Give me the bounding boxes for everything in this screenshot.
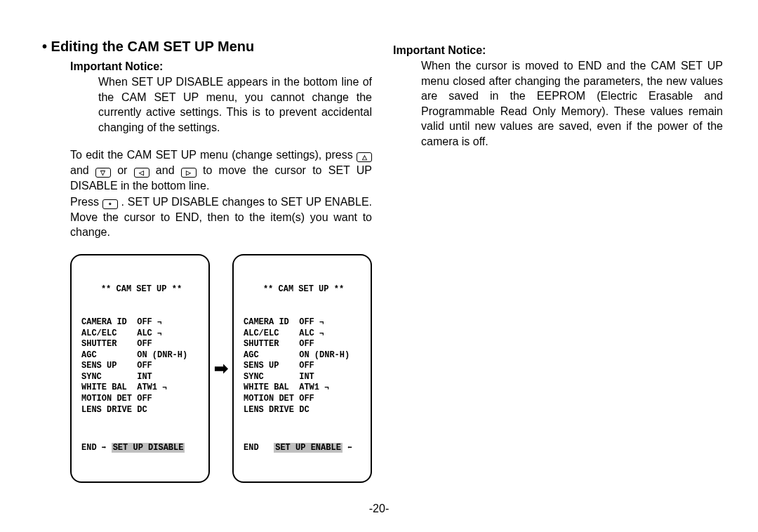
menu-row: MOTION DET OFF	[81, 394, 201, 405]
manual-page: • Editing the CAM SET UP Menu Important …	[0, 0, 758, 532]
submenu-indicator-icon: ¬	[324, 383, 329, 392]
notice-label-2: Important Notice:	[393, 44, 723, 57]
up-key-icon	[357, 152, 372, 162]
submenu-indicator-icon: ¬	[319, 318, 324, 326]
notice-text-2: When the cursor is moved to END and the …	[421, 58, 723, 149]
arrow-right-icon: ➡	[102, 444, 107, 452]
menu-row: ALC/ELC ALC ¬	[81, 328, 201, 340]
menu-row: LENS DRIVE DC	[244, 405, 364, 416]
menu-box-enable: ** CAM SET UP ** CAMERA ID OFF ¬ALC/ELC …	[232, 254, 372, 483]
menu-row: CAMERA ID OFF ¬	[81, 317, 201, 328]
notice-label-1: Important Notice:	[70, 60, 372, 73]
menu-row: LENS DRIVE DC	[81, 405, 201, 416]
down-key-icon	[95, 168, 111, 178]
menu-row: WHITE BAL ATW1 ¬	[244, 383, 364, 394]
menu-row: SYNC INT	[81, 372, 201, 383]
notice-text-1: When SET UP DISABLE appears in the botto…	[98, 74, 372, 135]
menu-row: AGC ON (DNR-H)	[81, 350, 201, 361]
menu-bottom-enable: END SET UP ENABLE ⬅	[244, 443, 364, 454]
menu-rows: CAMERA ID OFF ¬ALC/ELC ALC ¬SHUTTER OFFA…	[244, 317, 364, 415]
submenu-indicator-icon: ¬	[157, 329, 162, 338]
right-key-icon	[181, 168, 197, 178]
menu-bottom-disable: END ➡ SET UP DISABLE	[81, 443, 201, 454]
page-number: -20-	[0, 503, 758, 515]
arrow-left-icon: ⬅	[347, 444, 352, 452]
submenu-indicator-icon: ¬	[157, 318, 162, 326]
menu-row: AGC ON (DNR-H)	[244, 350, 364, 361]
menu-row: SHUTTER OFF	[81, 339, 201, 350]
menu-row: CAMERA ID OFF ¬	[244, 317, 364, 328]
menu-illustration: ** CAM SET UP ** CAMERA ID OFF ¬ALC/ELC …	[70, 254, 372, 483]
menu-row: WHITE BAL ATW1 ¬	[81, 383, 201, 394]
menu-rows: CAMERA ID OFF ¬ALC/ELC ALC ¬SHUTTER OFFA…	[81, 317, 201, 415]
menu-row: SHUTTER OFF	[244, 339, 364, 350]
submenu-indicator-icon: ¬	[162, 383, 167, 392]
instruction-para-1: To edit the CAM SET UP menu (change sett…	[70, 147, 372, 193]
submenu-indicator-icon: ¬	[319, 329, 324, 338]
left-key-icon	[134, 168, 149, 178]
menu-row: SENS UP OFF	[244, 361, 364, 372]
menu-row: SYNC INT	[244, 372, 364, 383]
transition-arrow-icon: ➡	[214, 360, 228, 377]
menu-row: SENS UP OFF	[81, 361, 201, 372]
menu-row: ALC/ELC ALC ¬	[244, 328, 364, 340]
menu-box-disable: ** CAM SET UP ** CAMERA ID OFF ¬ALC/ELC …	[70, 254, 210, 483]
enter-key-icon	[102, 199, 118, 209]
instruction-para-2: Press . SET UP DISABLE changes to SET UP…	[70, 194, 372, 240]
section-heading: • Editing the CAM SET UP Menu	[42, 39, 372, 55]
menu-row: MOTION DET OFF	[244, 394, 364, 405]
right-column: Important Notice: When the cursor is mov…	[393, 39, 723, 532]
left-column: • Editing the CAM SET UP Menu Important …	[42, 39, 372, 532]
